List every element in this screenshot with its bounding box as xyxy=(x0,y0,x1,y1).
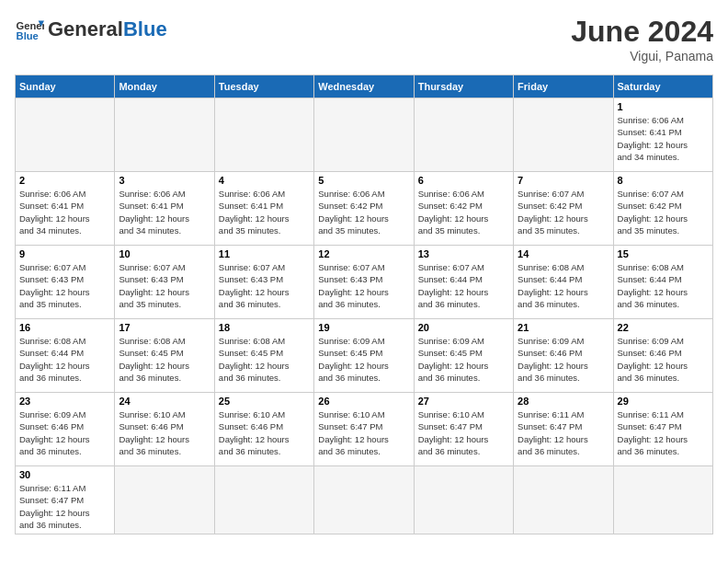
day-24: 24 Sunrise: 6:10 AMSunset: 6:46 PMDaylig… xyxy=(115,393,214,466)
header-saturday: Saturday xyxy=(613,75,712,98)
week-row-6: 30 Sunrise: 6:11 AMSunset: 6:47 PMDaylig… xyxy=(16,466,713,534)
header-wednesday: Wednesday xyxy=(314,75,414,98)
empty-cell xyxy=(613,466,712,534)
svg-text:Blue: Blue xyxy=(17,30,39,41)
day-23: 23 Sunrise: 6:09 AMSunset: 6:46 PMDaylig… xyxy=(16,393,115,466)
day-9: 9 Sunrise: 6:07 AMSunset: 6:43 PMDayligh… xyxy=(16,246,115,319)
empty-cell xyxy=(16,98,115,172)
day-27: 27 Sunrise: 6:10 AMSunset: 6:47 PMDaylig… xyxy=(414,393,513,466)
week-row-3: 9 Sunrise: 6:07 AMSunset: 6:43 PMDayligh… xyxy=(16,246,713,319)
empty-cell xyxy=(514,98,613,172)
day-1: 1 Sunrise: 6:06 AMSunset: 6:41 PMDayligh… xyxy=(613,98,712,172)
day-2: 2 Sunrise: 6:06 AMSunset: 6:41 PMDayligh… xyxy=(16,172,115,246)
page-header: General Blue GeneralBlue June 2024 Vigui… xyxy=(15,15,713,63)
empty-cell xyxy=(314,466,414,534)
month-title: June 2024 xyxy=(571,15,713,49)
header-sunday: Sunday xyxy=(16,75,115,98)
day-28: 28 Sunrise: 6:11 AMSunset: 6:47 PMDaylig… xyxy=(514,393,613,466)
week-row-2: 2 Sunrise: 6:06 AMSunset: 6:41 PMDayligh… xyxy=(16,172,713,246)
day-11: 11 Sunrise: 6:07 AMSunset: 6:43 PMDaylig… xyxy=(214,246,313,319)
day-6: 6 Sunrise: 6:06 AMSunset: 6:42 PMDayligh… xyxy=(414,172,513,246)
empty-cell xyxy=(115,466,214,534)
calendar-table: Sunday Monday Tuesday Wednesday Thursday… xyxy=(15,75,713,534)
header-friday: Friday xyxy=(514,75,613,98)
day-30: 30 Sunrise: 6:11 AMSunset: 6:47 PMDaylig… xyxy=(16,466,115,534)
day-12: 12 Sunrise: 6:07 AMSunset: 6:43 PMDaylig… xyxy=(314,246,414,319)
week-row-4: 16 Sunrise: 6:08 AMSunset: 6:44 PMDaylig… xyxy=(16,319,713,393)
day-17: 17 Sunrise: 6:08 AMSunset: 6:45 PMDaylig… xyxy=(115,319,214,393)
day-20: 20 Sunrise: 6:09 AMSunset: 6:45 PMDaylig… xyxy=(414,319,513,393)
title-area: June 2024 Vigui, Panama xyxy=(571,15,713,63)
day-18: 18 Sunrise: 6:08 AMSunset: 6:45 PMDaylig… xyxy=(214,319,313,393)
day-13: 13 Sunrise: 6:07 AMSunset: 6:44 PMDaylig… xyxy=(414,246,513,319)
weekday-header-row: Sunday Monday Tuesday Wednesday Thursday… xyxy=(16,75,713,98)
day-26: 26 Sunrise: 6:10 AMSunset: 6:47 PMDaylig… xyxy=(314,393,414,466)
header-thursday: Thursday xyxy=(414,75,513,98)
day-14: 14 Sunrise: 6:08 AMSunset: 6:44 PMDaylig… xyxy=(514,246,613,319)
header-monday: Monday xyxy=(115,75,214,98)
header-tuesday: Tuesday xyxy=(214,75,313,98)
empty-cell xyxy=(115,98,214,172)
logo: General Blue GeneralBlue xyxy=(15,15,167,44)
logo-icon: General Blue xyxy=(15,15,44,44)
day-19: 19 Sunrise: 6:09 AMSunset: 6:45 PMDaylig… xyxy=(314,319,414,393)
empty-cell xyxy=(314,98,414,172)
location-subtitle: Vigui, Panama xyxy=(571,49,713,63)
day-8: 8 Sunrise: 6:07 AMSunset: 6:42 PMDayligh… xyxy=(613,172,712,246)
day-3: 3 Sunrise: 6:06 AMSunset: 6:41 PMDayligh… xyxy=(115,172,214,246)
logo-text: GeneralBlue xyxy=(48,18,167,40)
day-7: 7 Sunrise: 6:07 AMSunset: 6:42 PMDayligh… xyxy=(514,172,613,246)
day-5: 5 Sunrise: 6:06 AMSunset: 6:42 PMDayligh… xyxy=(314,172,414,246)
day-29: 29 Sunrise: 6:11 AMSunset: 6:47 PMDaylig… xyxy=(613,393,712,466)
day-4: 4 Sunrise: 6:06 AMSunset: 6:41 PMDayligh… xyxy=(214,172,313,246)
day-21: 21 Sunrise: 6:09 AMSunset: 6:46 PMDaylig… xyxy=(514,319,613,393)
day-10: 10 Sunrise: 6:07 AMSunset: 6:43 PMDaylig… xyxy=(115,246,214,319)
week-row-5: 23 Sunrise: 6:09 AMSunset: 6:46 PMDaylig… xyxy=(16,393,713,466)
day-25: 25 Sunrise: 6:10 AMSunset: 6:46 PMDaylig… xyxy=(214,393,313,466)
day-16: 16 Sunrise: 6:08 AMSunset: 6:44 PMDaylig… xyxy=(16,319,115,393)
week-row-1: 1 Sunrise: 6:06 AMSunset: 6:41 PMDayligh… xyxy=(16,98,713,172)
empty-cell xyxy=(214,98,313,172)
empty-cell xyxy=(514,466,613,534)
day-22: 22 Sunrise: 6:09 AMSunset: 6:46 PMDaylig… xyxy=(613,319,712,393)
empty-cell xyxy=(414,98,513,172)
empty-cell xyxy=(414,466,513,534)
day-15: 15 Sunrise: 6:08 AMSunset: 6:44 PMDaylig… xyxy=(613,246,712,319)
empty-cell xyxy=(214,466,313,534)
